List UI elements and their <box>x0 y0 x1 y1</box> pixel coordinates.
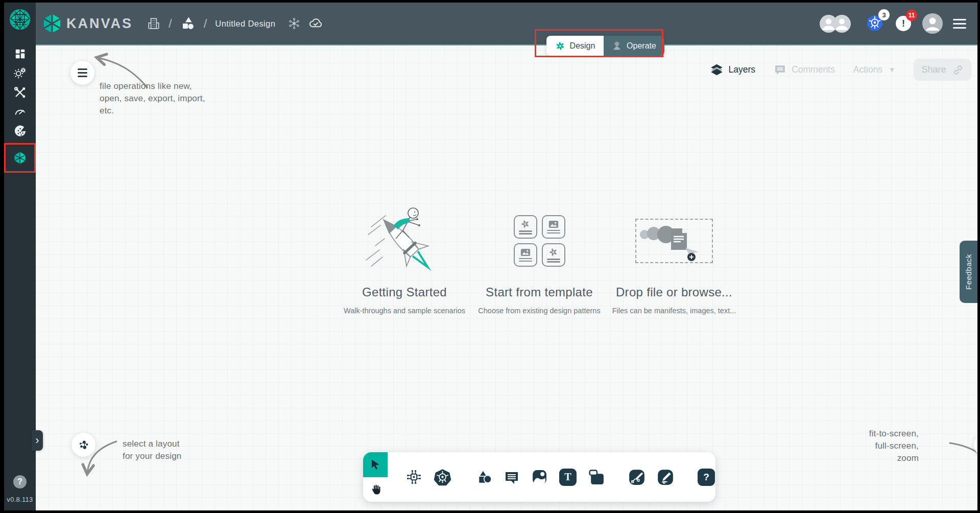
card-getting-started[interactable]: Getting Started Walk-throughs and sample… <box>343 199 466 315</box>
organization-icon[interactable] <box>147 17 160 30</box>
drop-zone[interactable] <box>635 219 713 263</box>
welcome-cards: Getting Started Walk-throughs and sample… <box>343 199 735 315</box>
shapes-icon <box>475 469 492 486</box>
frame-tool[interactable] <box>588 468 605 486</box>
help-icon[interactable]: ? <box>13 475 27 488</box>
pen-path-icon <box>628 469 646 486</box>
card-title: Drop file or browse... <box>616 285 732 299</box>
tab-operate[interactable]: Operate <box>604 36 664 56</box>
graph-layout-icon <box>78 439 89 451</box>
zoom-controls-button[interactable] <box>974 433 977 457</box>
comment-icon <box>774 63 786 76</box>
comment-bubble-icon <box>504 469 520 485</box>
main-area: KANVAS / / Untitled Design <box>36 3 977 510</box>
notification-count-badge: 11 <box>906 10 917 21</box>
collaborator-avatars[interactable] <box>820 15 851 33</box>
dashboard-icon <box>15 49 26 59</box>
layers-button[interactable]: Layers <box>710 63 756 77</box>
header: KANVAS / / Untitled Design <box>36 3 977 45</box>
sidebar-nav <box>4 44 36 173</box>
mesh-chip-icon <box>405 469 422 485</box>
image-icon <box>531 469 548 485</box>
layers-icon <box>710 63 724 77</box>
pencil-squiggle-icon <box>657 469 674 486</box>
sidebar-item-toolkit[interactable] <box>4 83 36 102</box>
select-tool[interactable] <box>363 452 388 477</box>
layout-selector-button[interactable] <box>71 433 95 457</box>
template-tile-spiral <box>514 215 537 239</box>
collaborator-avatar-2[interactable] <box>833 15 851 33</box>
tab-design[interactable]: Design <box>546 36 604 56</box>
design-spiral-icon <box>555 41 565 51</box>
annotation-file-operations: file operations like new, open, save, ex… <box>100 80 205 117</box>
breadcrumb-separator: / <box>169 16 172 31</box>
notifications-button[interactable]: ! 11 <box>896 16 911 31</box>
sidebar-item-extensions[interactable] <box>4 122 36 141</box>
cursor-arrow-icon <box>369 458 381 471</box>
sidebar-item-settings[interactable] <box>4 63 36 83</box>
edge-pen-tool[interactable] <box>628 468 646 486</box>
caret-down-icon: ▼ <box>889 66 895 74</box>
pan-tool[interactable] <box>363 477 388 502</box>
sidebar-bottom: ? v0.8.113 <box>4 475 36 510</box>
card-start-from-template[interactable]: Start from template Choose from existing… <box>478 199 601 315</box>
version-label: v0.8.113 <box>7 496 33 503</box>
frame-icon <box>588 469 605 485</box>
gears-icon <box>14 67 26 79</box>
pointer-tools-group <box>363 452 388 502</box>
template-tile-spiral <box>542 243 565 267</box>
link-icon <box>952 64 964 76</box>
card-subtitle: Choose from existing design patterns <box>478 307 600 315</box>
brand-name: KANVAS <box>66 16 133 32</box>
mesh-sync-icon[interactable] <box>288 17 301 30</box>
kanvas-logo-icon <box>42 13 62 34</box>
toolbar-help-button[interactable]: ? <box>698 468 715 486</box>
file-operations-menu-button[interactable] <box>70 61 94 85</box>
template-grid-illustration <box>514 199 565 283</box>
breadcrumb-separator-2: / <box>204 16 207 31</box>
cloud-sync-icon[interactable] <box>308 16 323 31</box>
sidebar-item-kanvas-active[interactable] <box>4 143 36 173</box>
freehand-draw-tool[interactable] <box>657 468 674 486</box>
sidebar-item-dashboard[interactable] <box>4 44 36 63</box>
wrench-screwdriver-icon <box>14 86 26 99</box>
template-tile-image <box>542 215 565 239</box>
card-subtitle: Files can be manifests, images, text... <box>612 307 736 315</box>
text-tool[interactable]: T <box>559 468 577 486</box>
card-title: Getting Started <box>362 285 447 299</box>
comment-tool[interactable] <box>504 468 520 486</box>
kubernetes-context-switcher[interactable]: 3 <box>866 14 883 33</box>
meshery-logo-icon[interactable] <box>9 8 31 31</box>
kubernetes-tool[interactable] <box>434 468 451 486</box>
hamburger-icon <box>78 68 87 77</box>
components-tool[interactable] <box>405 468 422 486</box>
feedback-tab[interactable]: Feedback <box>960 241 977 303</box>
share-button[interactable]: Share <box>914 59 971 81</box>
template-tile-image <box>514 243 537 267</box>
card-drop-file[interactable]: Drop file or browse... Files can be mani… <box>613 199 735 315</box>
shapes-tool[interactable] <box>475 468 492 486</box>
sidebar-expand-button[interactable]: › <box>32 430 43 451</box>
actions-dropdown[interactable]: Actions ▼ <box>853 64 895 75</box>
annotation-zoom-controls: fit-to-screen, full-screen, zoom <box>869 428 919 464</box>
hand-icon <box>370 483 381 495</box>
card-subtitle: Walk-throughs and sample scenarios <box>344 307 465 315</box>
rocket-doodle-illustration <box>356 199 453 283</box>
design-name[interactable]: Untitled Design <box>215 19 275 29</box>
drop-file-illustration <box>638 221 710 261</box>
comments-button[interactable]: Comments <box>774 63 835 76</box>
design-canvas[interactable]: file operations like new, open, save, ex… <box>36 45 977 510</box>
sidebar-item-performance[interactable] <box>4 102 36 122</box>
kanvas-app: ? v0.8.113 › KANVAS <box>4 3 977 510</box>
image-tool[interactable] <box>531 468 548 486</box>
canvas-toolbar: T <box>363 452 715 502</box>
mode-tabs: Design Operate <box>546 36 664 56</box>
kanvas-brand[interactable]: KANVAS <box>42 13 133 34</box>
canvas-action-row: Layers Comments Actions ▼ Share <box>710 59 971 81</box>
header-menu-button[interactable] <box>951 17 968 31</box>
workspace-icon[interactable] <box>180 16 196 31</box>
gauge-icon <box>14 106 26 118</box>
profile-avatar[interactable] <box>922 13 943 34</box>
kanvas-icon <box>13 151 27 165</box>
annotation-select-layout: select a layout for your design <box>123 438 181 462</box>
